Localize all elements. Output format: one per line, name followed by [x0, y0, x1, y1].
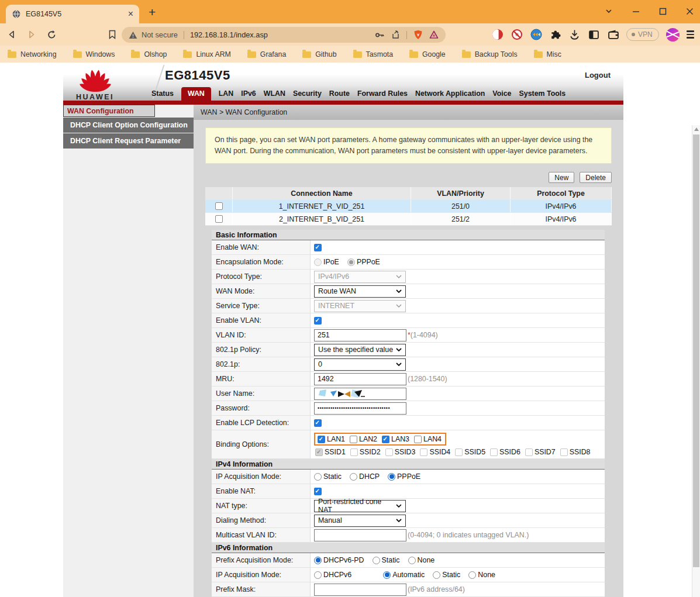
- multicast-vlan-input[interactable]: [314, 529, 406, 541]
- close-window-button[interactable]: [685, 6, 694, 16]
- enable-nat-checkbox[interactable]: [314, 488, 322, 495]
- vpn-button[interactable]: VPN: [626, 28, 659, 41]
- lan-binding-highlight-box: LAN1 LAN2 LAN3 LAN4: [314, 433, 446, 446]
- blocker-extension-icon[interactable]: [511, 29, 523, 41]
- ipoe-radio[interactable]: IPoE: [314, 258, 339, 266]
- prefix-mask-input[interactable]: [314, 584, 406, 596]
- sidebar-item-dhcp-client-request[interactable]: DHCP Client Request Parameter: [63, 133, 194, 149]
- prefix-none-radio[interactable]: None: [408, 556, 435, 564]
- sidebar-icon[interactable]: [588, 29, 600, 41]
- ssid4-checkbox[interactable]: SSID4: [420, 448, 450, 456]
- lan1-checkbox[interactable]: LAN1: [318, 435, 345, 443]
- adblock-extension-icon[interactable]: [491, 29, 504, 41]
- mru-input[interactable]: 1492: [314, 373, 406, 385]
- browser-tab[interactable]: EG8145V5 ×: [6, 5, 139, 23]
- share-icon[interactable]: [391, 30, 401, 39]
- new-tab-button[interactable]: +: [149, 5, 156, 19]
- static-radio[interactable]: Static: [314, 472, 342, 481]
- wallet-icon[interactable]: [607, 29, 619, 41]
- automatic-radio[interactable]: Automatic: [383, 571, 425, 579]
- downloads-icon[interactable]: [568, 29, 581, 41]
- bookmark-icon[interactable]: [106, 29, 118, 40]
- row-checkbox[interactable]: [215, 215, 223, 223]
- bookmark-folder-olshop[interactable]: Olshop: [131, 50, 167, 58]
- forward-button[interactable]: [26, 29, 37, 40]
- ipv6-none-radio[interactable]: None: [468, 571, 495, 579]
- scrollbar-up-arrow[interactable]: [694, 127, 699, 131]
- vlan-id-input[interactable]: 251: [314, 329, 406, 341]
- pppoe-ipv4-radio[interactable]: PPPoE: [388, 472, 420, 481]
- ssid7-checkbox[interactable]: SSID7: [525, 448, 556, 456]
- dhcpv6-radio[interactable]: DHCPv6: [314, 571, 351, 579]
- brave-rewards-bat-icon[interactable]: [429, 30, 439, 39]
- maximize-button[interactable]: [658, 6, 667, 16]
- menu-icon[interactable]: [687, 30, 694, 39]
- ssid3-checkbox[interactable]: SSID3: [385, 448, 416, 456]
- brave-shield-icon[interactable]: [413, 30, 423, 40]
- wan-mode-select[interactable]: Route WAN: [314, 285, 406, 298]
- sidebar-item-wan-configuration[interactable]: WAN Configuration: [63, 105, 155, 117]
- sidebar-item-dhcp-client-option[interactable]: DHCP Client Option Configuration: [63, 118, 194, 133]
- ssid6-checkbox[interactable]: SSID6: [490, 448, 520, 456]
- proxy-extension-icon[interactable]: [530, 29, 542, 41]
- tab-close-icon[interactable]: ×: [128, 9, 133, 19]
- tab-search-chevron-icon[interactable]: [604, 6, 613, 16]
- enable-wan-checkbox[interactable]: [314, 244, 322, 251]
- nav-tab-network-application[interactable]: Network Application: [415, 87, 485, 101]
- lcp-checkbox[interactable]: [314, 419, 322, 427]
- dhcpv6-pd-radio[interactable]: DHCPv6-PD: [314, 556, 364, 564]
- ssid2-checkbox[interactable]: SSID2: [350, 448, 381, 456]
- lan4-checkbox[interactable]: LAN4: [414, 435, 442, 443]
- prefix-static-radio[interactable]: Static: [373, 556, 400, 564]
- nav-tab-ipv6[interactable]: IPv6: [241, 87, 256, 101]
- back-button[interactable]: [6, 29, 18, 40]
- table-row[interactable]: 2_INTERNET_B_VID_251 251/2 IPv4/IPv6: [205, 213, 612, 226]
- enable-vlan-checkbox[interactable]: [314, 317, 322, 325]
- ssid8-checkbox[interactable]: SSID8: [560, 448, 591, 456]
- nav-tab-status[interactable]: Status: [151, 87, 174, 101]
- table-row[interactable]: 1_INTERNET_R_VID_251 251/0 IPv4/IPv6: [205, 200, 612, 213]
- bookmark-folder-misc[interactable]: Misc: [534, 50, 561, 58]
- nav-tab-wlan[interactable]: WLAN: [264, 87, 285, 101]
- pppoe-radio[interactable]: PPPoE: [347, 258, 380, 266]
- nav-tab-lan[interactable]: LAN: [219, 87, 233, 101]
- row-checkbox[interactable]: [215, 202, 223, 210]
- dialing-method-select[interactable]: Manual: [314, 515, 406, 527]
- nav-tab-route[interactable]: Route: [329, 87, 350, 101]
- scrollbar-thumb[interactable]: [693, 134, 699, 567]
- nav-tab-wan[interactable]: WAN: [181, 87, 211, 101]
- bookmark-folder-windows[interactable]: Windows: [73, 50, 115, 58]
- bookmark-folder-tasmota[interactable]: Tasmota: [353, 50, 393, 58]
- page-scrollbar[interactable]: [692, 125, 700, 597]
- bookmark-folder-github[interactable]: Github: [302, 50, 336, 58]
- 8021p-policy-select[interactable]: Use the specified value: [314, 344, 406, 356]
- nav-tab-voice[interactable]: Voice: [492, 87, 511, 101]
- password-input[interactable]: ••••••••••••••••••••••••••••••••••: [314, 402, 406, 415]
- extensions-puzzle-icon[interactable]: [549, 29, 561, 41]
- minimize-button[interactable]: [631, 6, 640, 16]
- field-wan-mode: WAN Mode: Route WAN: [212, 284, 605, 299]
- lan3-checkbox[interactable]: LAN3: [382, 435, 409, 443]
- delete-button[interactable]: Delete: [580, 172, 612, 183]
- 8021p-select[interactable]: 0: [314, 358, 406, 371]
- nav-tab-forward-rules[interactable]: Forward Rules: [357, 87, 408, 101]
- bookmark-folder-grafana[interactable]: Grafana: [247, 50, 286, 58]
- user-name-input[interactable]: [314, 388, 406, 400]
- logout-link[interactable]: Logout: [585, 71, 611, 80]
- nat-type-select[interactable]: Port-restricted cone NAT: [314, 500, 406, 512]
- nav-tab-security[interactable]: Security: [293, 87, 322, 101]
- bookmark-folder-networking[interactable]: Networking: [8, 50, 57, 58]
- ipv6-static-radio[interactable]: Static: [433, 571, 460, 579]
- ssid5-checkbox[interactable]: SSID5: [455, 448, 485, 456]
- bookmark-folder-backup-tools[interactable]: Backup Tools: [462, 50, 518, 58]
- profile-avatar[interactable]: [666, 28, 680, 42]
- key-icon[interactable]: [375, 31, 385, 39]
- dhcp-radio[interactable]: DHCP: [350, 472, 380, 481]
- reload-button[interactable]: [46, 29, 57, 40]
- nav-tab-system-tools[interactable]: System Tools: [519, 87, 566, 101]
- lan2-checkbox[interactable]: LAN2: [350, 435, 377, 443]
- bookmark-folder-google[interactable]: Google: [409, 50, 446, 58]
- new-button[interactable]: New: [549, 172, 574, 183]
- bookmark-folder-linux-arm[interactable]: Linux ARM: [183, 50, 230, 58]
- address-bar[interactable]: Not secure 192.168.18.1/index.asp: [122, 27, 446, 43]
